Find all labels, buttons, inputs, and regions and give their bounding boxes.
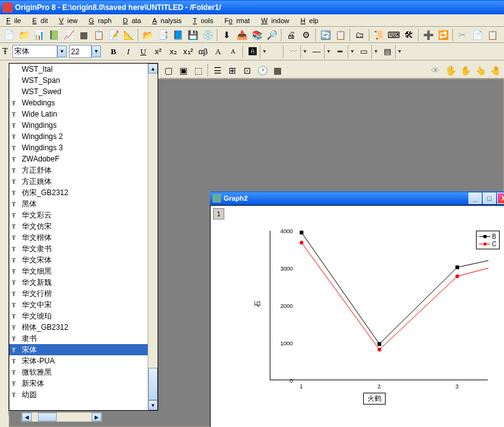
- hscroll-right-arrow[interactable]: ▶: [92, 413, 102, 421]
- new-graph-button[interactable]: 📈: [62, 28, 75, 42]
- superscript-button[interactable]: x²: [151, 45, 165, 59]
- menu-data[interactable]: Data: [119, 16, 148, 26]
- xy-button[interactable]: ⊡: [240, 64, 254, 77]
- font-item[interactable]: Ŧ华文宋体: [9, 254, 158, 266]
- font-item[interactable]: Ŧ华文新魏: [9, 277, 158, 288]
- fill-color-button[interactable]: ▭: [357, 45, 371, 59]
- layer-tool-1[interactable]: ▢: [161, 64, 175, 77]
- font-item[interactable]: Ŧ华文琥珀: [9, 310, 158, 322]
- bold-button[interactable]: B: [107, 45, 120, 59]
- read-button[interactable]: 🔎: [265, 28, 278, 42]
- layer-badge[interactable]: 1: [213, 208, 224, 219]
- font-item[interactable]: Ŧ隶书: [9, 333, 158, 344]
- recalculate-button[interactable]: 🔁: [436, 28, 450, 42]
- new-folder-button[interactable]: 📁: [17, 28, 31, 42]
- mask-tool-1[interactable]: 👁: [429, 64, 442, 77]
- font-item[interactable]: Ŧ方正姚体: [9, 176, 158, 187]
- menu-tools[interactable]: Tools: [189, 16, 221, 26]
- font-item[interactable]: Ŧ华文行楷: [9, 288, 158, 299]
- font-item[interactable]: ŦWingdings 3: [9, 142, 158, 153]
- pattern-dropdown[interactable]: ▼: [395, 45, 404, 59]
- decrease-font-button[interactable]: A: [226, 45, 240, 59]
- menu-graph[interactable]: Graph: [85, 16, 120, 26]
- paste-button[interactable]: 📋: [485, 28, 499, 42]
- font-item[interactable]: Ŧ微软雅黑: [9, 367, 158, 378]
- new-function-button[interactable]: 📐: [121, 28, 135, 42]
- font-size-combo[interactable]: [69, 45, 92, 58]
- font-item[interactable]: Ŧ华文中宋: [9, 299, 158, 310]
- copy-button[interactable]: 📄: [470, 28, 484, 42]
- line-width-button[interactable]: ━: [333, 45, 347, 59]
- new-project-button[interactable]: 📄: [2, 28, 16, 42]
- import-ascii-button[interactable]: 📥: [235, 28, 249, 42]
- font-item[interactable]: Ŧ方正舒体: [9, 165, 158, 176]
- print-button[interactable]: 🖨: [284, 28, 298, 42]
- menu-edit[interactable]: Edit: [29, 16, 55, 26]
- import-wizard-button[interactable]: ⬇: [220, 28, 234, 42]
- font-item[interactable]: ŦWingdings: [9, 120, 158, 131]
- save-button[interactable]: 💾: [186, 28, 199, 42]
- font-size-dropdown-arrow[interactable]: ▼: [92, 46, 101, 57]
- fill-color-dropdown[interactable]: ▼: [371, 45, 380, 59]
- close-button[interactable]: X: [497, 193, 504, 204]
- legend-button[interactable]: ☰: [211, 64, 224, 77]
- minimize-button[interactable]: _: [468, 193, 482, 204]
- scroll-thumb[interactable]: [148, 368, 158, 400]
- font-name-dropdown-arrow[interactable]: ▼: [57, 46, 67, 57]
- font-name-combo[interactable]: [12, 45, 57, 58]
- font-item[interactable]: Ŧ宋体: [9, 344, 158, 355]
- x-axis-label[interactable]: 火鹤: [363, 393, 386, 405]
- mask-tool-5[interactable]: 🤚: [488, 64, 502, 77]
- underline-button[interactable]: U: [136, 45, 150, 59]
- open-button[interactable]: 📂: [141, 28, 155, 42]
- results-log-button[interactable]: 📜: [372, 28, 386, 42]
- font-dropdown-scrollbar[interactable]: ▲ ▼: [148, 64, 158, 410]
- project-explorer-button[interactable]: 🗂: [353, 28, 366, 42]
- increase-font-button[interactable]: A: [211, 45, 225, 59]
- font-item[interactable]: Ŧ幼圆: [9, 389, 158, 400]
- font-item[interactable]: ŦWide Latin: [9, 108, 158, 120]
- line-solid-button[interactable]: —: [310, 45, 323, 59]
- menu-format[interactable]: Format: [221, 16, 257, 26]
- import-multi-button[interactable]: 📚: [250, 28, 264, 42]
- graph-body[interactable]: 1 4000 3000 2000 1000 0 1 2 3 石 火鹤 B C: [210, 205, 504, 427]
- open-template-button[interactable]: 📑: [156, 28, 169, 42]
- supersubscript-button[interactable]: x₁²: [181, 45, 195, 59]
- menu-view[interactable]: View: [55, 16, 85, 26]
- menu-help[interactable]: Help: [297, 16, 326, 26]
- line-style-button[interactable]: 〰: [286, 45, 300, 59]
- font-item[interactable]: ŦWebdings: [9, 97, 158, 108]
- time-button[interactable]: 🕐: [255, 64, 269, 77]
- font-item[interactable]: Ŧ华文彩云: [9, 209, 158, 221]
- font-item[interactable]: WST_Swed: [9, 86, 158, 97]
- font-item[interactable]: ŦWingdings 2: [9, 131, 158, 142]
- font-item[interactable]: Ŧ华文楷体: [9, 232, 158, 243]
- y-axis-label[interactable]: 石: [253, 300, 262, 307]
- table-button[interactable]: ▦: [270, 64, 284, 77]
- menu-file[interactable]: File: [2, 16, 29, 26]
- line-style-dropdown[interactable]: ▼: [300, 45, 309, 59]
- maximize-button[interactable]: □: [483, 193, 496, 204]
- cut-button[interactable]: ✂: [455, 28, 469, 42]
- refresh-button[interactable]: 🔄: [318, 28, 332, 42]
- mask-tool-3[interactable]: ✋: [459, 64, 472, 77]
- hscroll-thumb[interactable]: [38, 413, 57, 421]
- horizontal-scrollbar[interactable]: ◀ ▶: [21, 412, 102, 422]
- hscroll-track[interactable]: [32, 413, 92, 421]
- mask-tool-2[interactable]: 🖐: [444, 64, 457, 77]
- font-item[interactable]: ŦZWAdobeF: [9, 153, 158, 165]
- font-item[interactable]: WST_Span: [9, 75, 158, 86]
- new-matrix-button[interactable]: ▦: [77, 28, 90, 42]
- font-item[interactable]: Ŧ宋体-PUA: [9, 355, 158, 367]
- font-item[interactable]: Ŧ新宋体: [9, 378, 158, 389]
- mask-tool-4[interactable]: 👆: [473, 64, 487, 77]
- font-item[interactable]: Ŧ华文仿宋: [9, 221, 158, 232]
- duplicate-button[interactable]: 📋: [333, 28, 347, 42]
- command-window-button[interactable]: ⌨: [387, 28, 401, 42]
- font-item[interactable]: WST_Ital: [9, 64, 158, 75]
- add-column-button[interactable]: ➕: [421, 28, 435, 42]
- subscript-button[interactable]: x₂: [166, 45, 180, 59]
- save-template-button[interactable]: 💿: [201, 28, 214, 42]
- axis-button[interactable]: ⊞: [226, 64, 239, 77]
- layer-tool-2[interactable]: ▣: [176, 64, 190, 77]
